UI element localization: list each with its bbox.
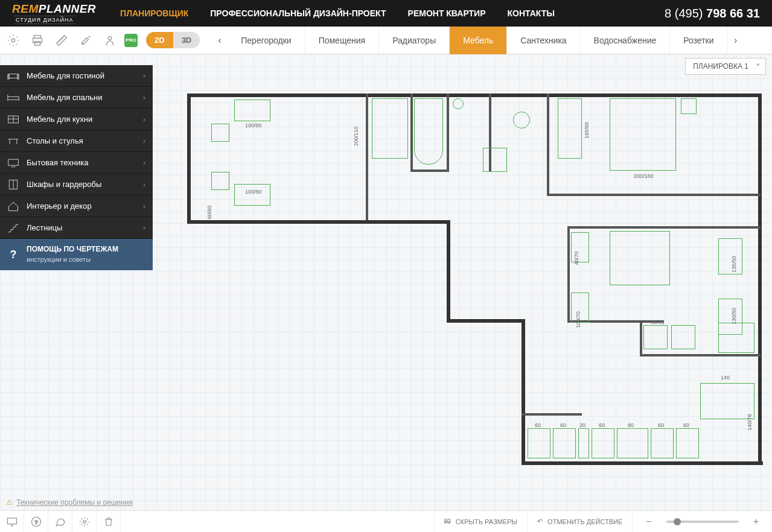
help-title: ПОМОЩЬ ПО ЧЕРТЕЖАМ xyxy=(27,245,118,253)
sofa-icon xyxy=(0,71,27,81)
dim-label: 20 xyxy=(579,422,585,428)
sidebar: Мебель для гостиной › Мебель для спальни… xyxy=(0,65,153,270)
dim-label: 60 xyxy=(658,422,664,428)
dim-label: 200/110 xyxy=(353,127,359,147)
tabs-scroll-left[interactable]: ‹ xyxy=(212,27,228,54)
dim-label: 40/70 xyxy=(573,252,579,265)
sidebar-item-bedroom[interactable]: Мебель для спальни › xyxy=(0,87,153,109)
svg-text:?: ? xyxy=(34,518,38,525)
zoom-controls: − + xyxy=(632,511,772,533)
nav-planner[interactable]: ПЛАНИРОВЩИК xyxy=(120,8,188,18)
dim-label: 100/80 xyxy=(245,189,262,195)
bed-icon xyxy=(0,92,27,103)
layout-dropdown[interactable]: ПЛАНИРОВКА 1 xyxy=(685,58,766,75)
chevron-right-icon: › xyxy=(143,93,145,102)
tv-icon xyxy=(0,157,27,168)
nav-apartment-repair[interactable]: РЕМОНТ КВАРТИР xyxy=(408,8,486,18)
tab-radiators[interactable]: Радиаторы xyxy=(379,27,450,54)
svg-point-23 xyxy=(83,520,86,523)
nav-design-project[interactable]: ПРОФЕССИОНАЛЬНЫЙ ДИЗАЙН-ПРОЕКТ xyxy=(210,8,386,18)
logo-brand-rem: REM xyxy=(12,2,39,15)
chevron-right-icon: › xyxy=(143,72,145,80)
tabs-scroll-right[interactable]: › xyxy=(728,27,744,54)
warning-icon: ⚠ xyxy=(6,498,13,507)
dim-label: 100/70 xyxy=(575,311,581,328)
wardrobe-icon xyxy=(0,179,27,190)
dim-label: 165/68 xyxy=(584,122,590,139)
chat-icon[interactable] xyxy=(48,511,72,533)
chevron-right-icon: › xyxy=(143,224,145,232)
sidebar-item-wardrobes[interactable]: Шкафы и гардеробы › xyxy=(0,174,153,195)
zoom-in-button[interactable]: + xyxy=(750,516,762,527)
phone-number: 8 (495) 798 66 31 xyxy=(665,7,760,21)
print-icon[interactable] xyxy=(27,30,48,51)
svg-rect-1 xyxy=(34,35,41,38)
dim-label: 80 xyxy=(628,422,634,428)
help-circle-icon[interactable]: ? xyxy=(24,511,48,533)
svg-point-0 xyxy=(11,39,15,42)
dim-label: 135/50 xyxy=(731,256,737,273)
display-icon[interactable] xyxy=(0,511,24,533)
floorplan[interactable]: 100/80 200/110 100/80 60/60 200/180 165/… xyxy=(187,93,761,455)
dim-label: 80/61 xyxy=(651,319,665,325)
toolbar: PRO 2D 3D ‹ Перегородки Помещения Радиат… xyxy=(0,27,772,54)
tab-sockets[interactable]: Розетки xyxy=(670,27,727,54)
kitchen-icon xyxy=(0,114,27,125)
sidebar-item-interior-decor[interactable]: Интерьер и декор › xyxy=(0,195,153,217)
svg-rect-3 xyxy=(34,41,40,45)
svg-rect-20 xyxy=(7,518,16,524)
logo-brand-planner: PLANNER xyxy=(39,2,96,15)
undo-button[interactable]: ↶ ОТМЕНИТЬ ДЕЙСТВИЕ xyxy=(527,511,632,533)
question-icon: ? xyxy=(0,249,27,261)
pro-badge[interactable]: PRO xyxy=(124,34,138,47)
chevron-right-icon: › xyxy=(143,202,145,211)
sidebar-item-stairs[interactable]: Лестницы › xyxy=(0,217,153,239)
undo-icon: ↶ xyxy=(537,518,543,525)
view-2d-button[interactable]: 2D xyxy=(146,32,173,48)
worker-icon[interactable] xyxy=(99,30,121,51)
dim-label: 140 xyxy=(721,375,730,381)
dim-label: 60/60 xyxy=(206,206,212,220)
gear-icon[interactable] xyxy=(72,511,97,533)
table-icon xyxy=(0,136,27,147)
dim-label: 60 xyxy=(535,422,541,428)
chevron-right-icon: › xyxy=(143,159,145,167)
tab-water-supply[interactable]: Водоснабжение xyxy=(581,27,671,54)
sidebar-help[interactable]: ? ПОМОЩЬ ПО ЧЕРТЕЖАМ инструкции и советы xyxy=(0,239,153,270)
settings-icon[interactable] xyxy=(2,30,24,51)
svg-rect-16 xyxy=(8,159,19,165)
zoom-slider[interactable] xyxy=(666,521,739,523)
sidebar-item-appliances[interactable]: Бытовая техника › xyxy=(0,152,153,174)
bottom-bar: ? 80 СКРЫТЬ РАЗМЕРЫ ↶ ОТМЕНИТЬ ДЕЙСТВИЕ … xyxy=(0,510,772,532)
view-toggle: 2D 3D xyxy=(146,32,200,48)
trash-icon[interactable] xyxy=(97,511,121,533)
dim-label: 100/80 xyxy=(245,122,262,128)
dim-label: 60 xyxy=(683,422,689,428)
chevron-right-icon: › xyxy=(143,115,145,124)
ruler-icon[interactable] xyxy=(51,30,72,51)
house-icon xyxy=(0,201,27,212)
tab-partitions[interactable]: Перегородки xyxy=(228,27,305,54)
svg-point-5 xyxy=(108,36,112,40)
svg-rect-6 xyxy=(8,74,19,78)
tab-plumbing[interactable]: Сантехника xyxy=(507,27,580,54)
zoom-out-button[interactable]: − xyxy=(642,516,655,527)
sidebar-item-living-room[interactable]: Мебель для гостиной › xyxy=(0,65,153,87)
dim-label: 130/50 xyxy=(731,308,737,325)
dim-label: 60 xyxy=(560,422,566,428)
tools-icon[interactable] xyxy=(75,30,97,51)
dim-label: 200/180 xyxy=(634,173,654,179)
sidebar-item-kitchen[interactable]: Мебель для кухни › xyxy=(0,109,153,130)
logo[interactable]: REMPLANNER СТУДИЯ ДИЗАЙНА xyxy=(12,2,96,24)
sidebar-item-tables-chairs[interactable]: Столы и стулья › xyxy=(0,130,153,152)
tab-strip: ‹ Перегородки Помещения Радиаторы Мебель… xyxy=(212,27,772,54)
nav-contacts[interactable]: КОНТАКТЫ xyxy=(508,8,555,18)
tech-problems-link[interactable]: ⚠ Технические проблемы и решения xyxy=(6,498,133,507)
logo-subtitle: СТУДИЯ ДИЗАЙНА xyxy=(13,16,76,24)
hide-dimensions-button[interactable]: 80 СКРЫТЬ РАЗМЕРЫ xyxy=(434,511,528,533)
tab-rooms[interactable]: Помещения xyxy=(305,27,380,54)
svg-rect-9 xyxy=(8,97,19,100)
dim-label: 140/76 xyxy=(747,414,753,431)
tab-furniture[interactable]: Мебель xyxy=(450,27,507,54)
view-3d-button[interactable]: 3D xyxy=(173,32,200,48)
